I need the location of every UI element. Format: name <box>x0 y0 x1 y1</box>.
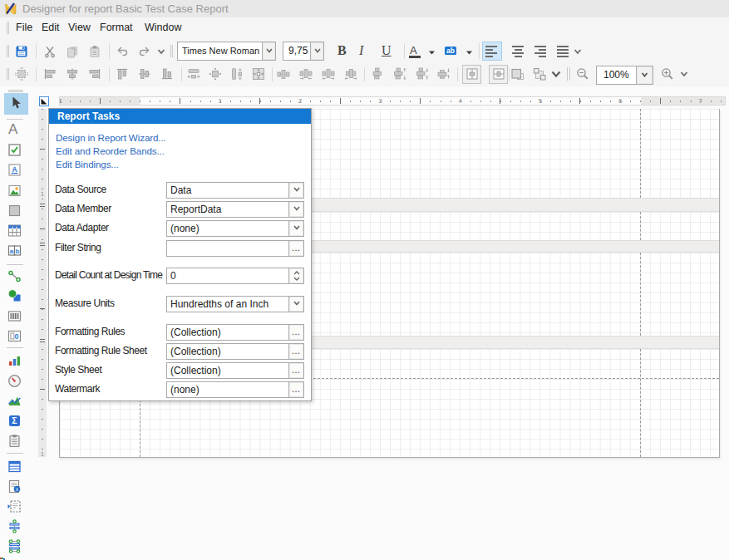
svg-text:0: 0 <box>14 332 18 341</box>
svg-text:i: i <box>17 486 18 492</box>
svg-text:A: A <box>12 165 17 173</box>
svg-text:a: a <box>10 248 14 255</box>
svg-text:b: b <box>16 248 20 255</box>
svg-text:Σ: Σ <box>12 415 17 425</box>
